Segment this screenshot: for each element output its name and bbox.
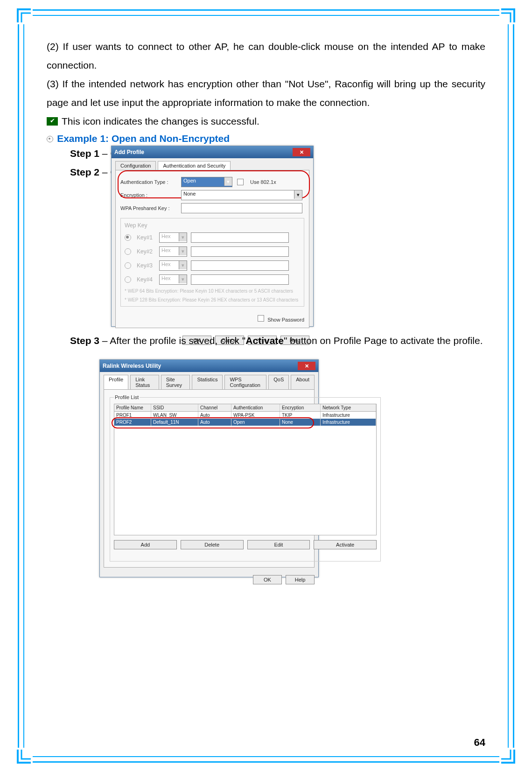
example-heading: Example 1: Open and Non-Encrypted [57, 133, 230, 144]
chevron-down-icon[interactable]: ▾ [179, 233, 187, 241]
chevron-down-icon[interactable]: ▾ [294, 190, 302, 199]
wpa-psk-label: WPA Preshared Key : [120, 205, 176, 211]
window2-titlebar[interactable]: Ralink Wireless Utility ✕ [100, 360, 318, 372]
key1-format[interactable]: Hex▾ [159, 232, 187, 243]
activate-button[interactable]: Activate [314, 540, 377, 549]
key4-radio[interactable] [125, 276, 131, 283]
ok-button[interactable]: OK [253, 575, 282, 584]
delete-button[interactable]: Delete [181, 540, 244, 549]
tab-configuration[interactable]: Configuration [115, 161, 156, 170]
step3-label: Step 3 [70, 335, 99, 346]
wpa-psk-input[interactable] [181, 203, 302, 213]
icon-caption: This icon indicates the changes is succe… [62, 112, 259, 131]
table-header: Profile Name SSID Channel Authentication… [114, 404, 376, 412]
key3-input[interactable] [191, 260, 289, 271]
key4-format[interactable]: Hex▾ [159, 274, 187, 285]
window2-title: Ralink Wireless Utility [103, 363, 161, 369]
page-number: 64 [474, 737, 485, 749]
help-button[interactable]: Help [286, 575, 315, 584]
paragraph-3: (3) If the intended network has encrypti… [47, 75, 485, 112]
chevron-down-icon[interactable]: ▾ [179, 247, 187, 255]
close-icon[interactable]: ✕ [293, 148, 310, 156]
edit-button[interactable]: Edit [247, 540, 310, 549]
show-password-label: Show Password [267, 317, 304, 323]
key3-format[interactable]: Hex▾ [159, 260, 187, 271]
wep-note1: * WEP 64 Bits Encryption: Please Keyin 1… [125, 288, 300, 294]
tab-profile[interactable]: Profile [104, 375, 128, 389]
key2-format[interactable]: Hex▾ [159, 246, 187, 257]
wep-note2: * WEP 128 Bits Encryption: Please Keyin … [125, 297, 300, 302]
chevron-down-icon[interactable]: ▾ [179, 275, 187, 283]
tab-statistics[interactable]: Statistics [192, 375, 223, 389]
wep-legend: Wep Key [125, 222, 147, 229]
key2-input[interactable] [191, 246, 289, 257]
chevron-down-icon[interactable]: ▾ [179, 261, 187, 269]
encryption-select[interactable]: None ▾ [181, 190, 302, 200]
tab-site-survey[interactable]: Site Survey [161, 375, 190, 389]
key1-radio[interactable] [125, 234, 131, 241]
tab-qos[interactable]: QoS [268, 375, 289, 389]
tab-auth-security[interactable]: Authentication and Security [158, 161, 231, 170]
auth-type-select[interactable]: Open ▾ [181, 177, 232, 187]
add-button[interactable]: Add [114, 540, 177, 549]
step1-label: Step 1 [70, 148, 99, 159]
paragraph-2: (2) If user wants to connect to other AP… [47, 37, 485, 75]
bullet-icon [47, 136, 53, 142]
step2-label: Step 2 [70, 167, 99, 177]
key3-radio[interactable] [125, 262, 131, 269]
tab-wps[interactable]: WPS Configuration [224, 375, 266, 389]
window1-titlebar[interactable]: Add Profile ✕ [112, 146, 313, 158]
key2-radio[interactable] [125, 248, 131, 255]
tab-link-status[interactable]: Link Status [130, 375, 159, 389]
show-password-checkbox[interactable] [258, 315, 264, 322]
chevron-down-icon[interactable]: ▾ [224, 177, 232, 186]
tab-about[interactable]: About [291, 375, 315, 389]
profile-list-legend: Profile List [114, 394, 140, 400]
key1-input[interactable] [191, 232, 289, 243]
success-icon: ✔ [47, 117, 58, 126]
window1-title: Add Profile [114, 149, 144, 155]
close-icon[interactable]: ✕ [298, 362, 315, 370]
key4-input[interactable] [191, 274, 289, 285]
